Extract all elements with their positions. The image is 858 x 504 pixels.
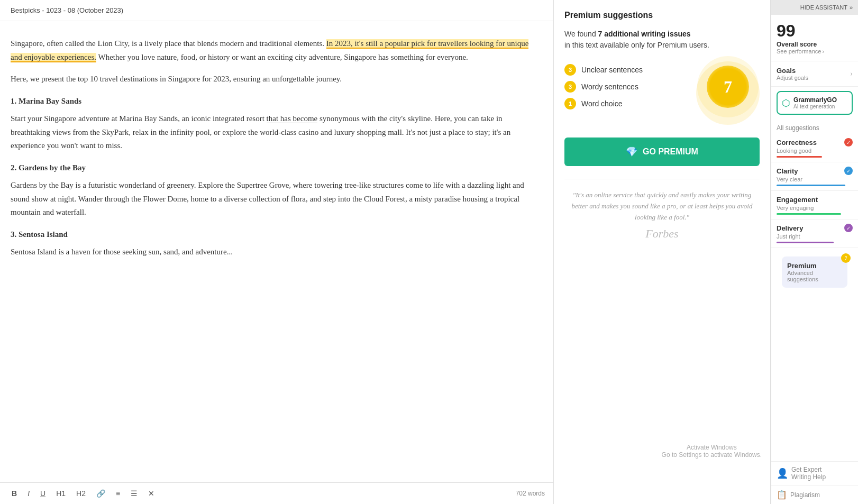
delivery-check-icon: ✓ <box>844 224 853 232</box>
plagiarism-icon: 📋 <box>777 490 787 500</box>
paragraph-5[interactable]: Sentosa Island is a haven for those seek… <box>11 245 532 259</box>
forbes-logo: Forbes <box>564 227 760 241</box>
goals-label: Goals <box>777 67 808 75</box>
hide-assistant-button[interactable]: HIDE ASSISTANT » <box>771 0 858 15</box>
see-performance-link[interactable]: See performance › <box>777 48 853 54</box>
italic-button[interactable]: I <box>24 487 33 500</box>
underline-button[interactable]: U <box>37 487 49 500</box>
premium-panel: Premium suggestions We found 7 additiona… <box>554 0 771 504</box>
suggestion-correctness[interactable]: Correctness ✓ Looking good <box>771 134 858 162</box>
suggestion-delivery-name: Delivery <box>777 224 804 232</box>
issue-label-1: Unclear sentences <box>581 66 643 74</box>
suggestion-delivery-status: Just right <box>777 233 853 240</box>
editor-wrapper: Bestpicks - 1023 - 08 (October 2023) Sin… <box>0 0 554 504</box>
paragraph-4[interactable]: Gardens by the Bay is a futuristic wonde… <box>11 179 532 219</box>
document-title: Bestpicks - 1023 - 08 (October 2023) <box>0 0 553 21</box>
highlighted-text: In 2023, it's still a popular pick for t… <box>11 39 528 62</box>
found-issues-text: We found 7 additional writing issues in … <box>564 29 760 51</box>
bold-button[interactable]: B <box>8 487 20 500</box>
paragraph-3[interactable]: Start your Singapore adventure at Marina… <box>11 112 532 153</box>
hide-assistant-label: HIDE ASSISTANT <box>800 4 847 11</box>
word-count: 702 words <box>516 490 545 497</box>
goals-section[interactable]: Goals Adjust goals › <box>771 61 858 87</box>
person-icon: 👤 <box>777 468 788 479</box>
premium-section-sublabel: Advanced suggestions <box>787 270 842 282</box>
premium-panel-title: Premium suggestions <box>564 11 760 20</box>
heading-3: 3. Sentosa Island <box>11 228 532 242</box>
correctness-bar <box>777 156 822 158</box>
get-expert-sublabel: Writing Help <box>791 473 826 481</box>
score-section: 99 Overall score See performance › <box>771 15 858 61</box>
heading-1: 1. Marina Bay Sands <box>11 95 532 108</box>
go-premium-button[interactable]: 💎 GO PREMIUM <box>564 138 760 166</box>
suggestion-engagement-status: Very engaging <box>777 205 853 211</box>
assistant-panel: HIDE ASSISTANT » 99 Overall score See pe… <box>771 0 858 504</box>
clarity-bar <box>777 185 845 186</box>
see-performance-text: See performance <box>777 48 821 54</box>
suggestion-clarity-status: Very clear <box>777 176 853 182</box>
paragraph-2[interactable]: Here, we present the top 10 travel desti… <box>11 72 532 86</box>
suggestion-engagement[interactable]: Engagement Very engaging <box>771 191 858 219</box>
premium-count-badge: 7 <box>841 253 851 263</box>
premium-section[interactable]: 7 Premium Advanced suggestions <box>782 256 847 288</box>
overall-score: 99 <box>777 21 853 41</box>
suggestion-engagement-name: Engagement <box>777 196 818 204</box>
score-label: Overall score <box>777 41 853 48</box>
grammarly-go-sublabel: AI text generation <box>793 104 837 109</box>
diamond-icon: 💎 <box>626 146 637 158</box>
adjust-goals-text: Adjust goals <box>777 75 808 81</box>
found-suffix: in this text available only for Premium … <box>564 41 709 49</box>
found-prefix: We found <box>564 30 596 38</box>
delivery-bar <box>777 242 834 243</box>
get-expert-label: Get Expert <box>791 466 826 473</box>
issue-word-choice: 1 Word choice <box>564 98 643 109</box>
editor-toolbar: B I U H1 H2 🔗 ≡ ☰ ✕ 702 words <box>0 482 553 504</box>
clarity-check-icon: ✓ <box>844 167 853 175</box>
big-number-badge: 7 <box>707 66 749 108</box>
suggestion-clarity-name: Clarity <box>777 167 798 175</box>
suggestion-correctness-status: Looking good <box>777 148 853 154</box>
suggestion-clarity[interactable]: Clarity ✓ Very clear <box>771 162 858 191</box>
plagiarism-label: Plagiarism <box>790 491 820 499</box>
issue-unclear-sentences: 3 Unclear sentences <box>564 64 643 76</box>
grammarly-go-label: GrammarlyGO <box>793 96 837 104</box>
editor-content[interactable]: Singapore, often called the Lion City, i… <box>0 21 553 482</box>
ordered-list-button[interactable]: ≡ <box>113 487 123 500</box>
go-premium-label: GO PREMIUM <box>643 147 698 157</box>
get-expert-section[interactable]: 👤 Get Expert Writing Help <box>771 461 858 485</box>
issue-wordy-sentences: 3 Wordy sentences <box>564 81 643 93</box>
premium-section-label: Premium <box>787 262 842 270</box>
testimonial-text: "It's an online service that quickly and… <box>564 190 760 223</box>
issue-badge-2: 3 <box>564 81 576 93</box>
activate-windows-overlay: Activate Windows Go to Settings to activ… <box>655 441 768 462</box>
issue-label-3: Word choice <box>581 99 623 108</box>
clear-format-button[interactable]: ✕ <box>145 487 158 500</box>
paragraph-1[interactable]: Singapore, often called the Lion City, i… <box>11 37 532 64</box>
h1-button[interactable]: H1 <box>53 487 69 500</box>
found-count: 7 additional writing issues <box>598 30 691 38</box>
suggestion-correctness-name: Correctness <box>777 139 817 146</box>
grammarly-go-section[interactable]: ⬡ GrammarlyGO AI text generation <box>777 91 853 115</box>
chevron-right-small-icon: › <box>822 48 824 54</box>
link-button[interactable]: 🔗 <box>93 487 108 500</box>
activate-line1: Activate Windows <box>662 444 762 451</box>
plagiarism-section[interactable]: 📋 Plagiarism <box>771 485 858 504</box>
all-suggestions-label: All suggestions <box>771 119 858 134</box>
editor-area: Bestpicks - 1023 - 08 (October 2023) Sin… <box>0 0 554 504</box>
chevron-right-icon: » <box>850 4 853 11</box>
issues-list: 3 Unclear sentences 3 Wordy sentences 1 … <box>564 64 643 109</box>
h2-button[interactable]: H2 <box>73 487 89 500</box>
issue-label-2: Wordy sentences <box>581 83 638 91</box>
issue-badge-1: 3 <box>564 64 576 76</box>
issues-and-badge: 3 Unclear sentences 3 Wordy sentences 1 … <box>564 61 760 125</box>
engagement-check-icon <box>844 195 853 204</box>
suggestion-delivery[interactable]: Delivery ✓ Just right <box>771 219 858 248</box>
correctness-check-icon: ✓ <box>844 138 853 146</box>
issue-badge-3: 1 <box>564 98 576 109</box>
heading-2: 2. Gardens by the Bay <box>11 161 532 175</box>
activate-line2: Go to Settings to activate Windows. <box>662 451 762 459</box>
grammarly-go-icon: ⬡ <box>782 97 790 109</box>
goals-chevron-icon: › <box>850 70 853 78</box>
unordered-list-button[interactable]: ☰ <box>127 487 141 500</box>
engagement-bar <box>777 213 841 215</box>
